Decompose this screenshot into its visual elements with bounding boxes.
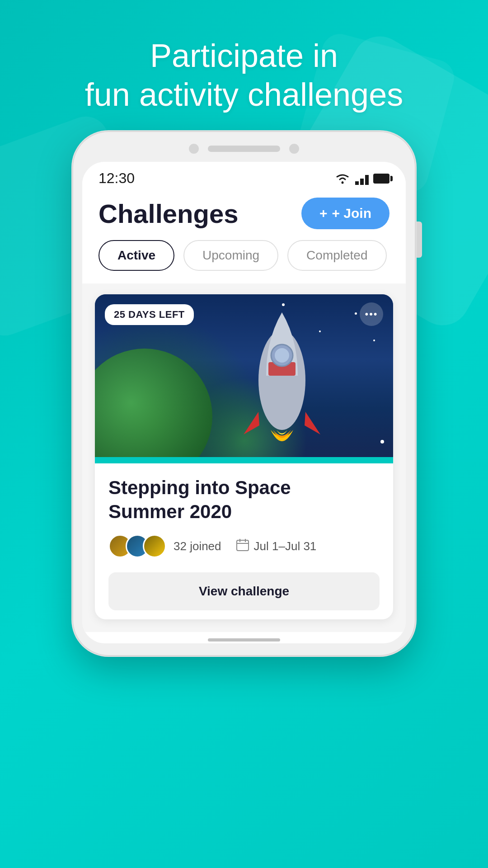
battery-icon xyxy=(373,174,389,184)
phone-side-button xyxy=(417,222,422,258)
svg-marker-2 xyxy=(360,179,364,185)
svg-marker-3 xyxy=(365,175,369,185)
status-icons xyxy=(334,172,389,185)
challenge-title: Stepping into SpaceSummer 2020 xyxy=(108,476,380,524)
signal-icon xyxy=(355,172,369,185)
status-bar: 12:30 xyxy=(82,162,406,190)
wifi-icon xyxy=(334,172,351,185)
svg-marker-1 xyxy=(355,181,359,185)
header-title: Participate infun activity challenges xyxy=(0,36,488,114)
star-1 xyxy=(355,312,357,315)
join-button[interactable]: + + Join xyxy=(301,198,389,229)
days-left-badge: 25 DAYS LEFT xyxy=(105,304,194,325)
phone-frame: 12:30 xyxy=(72,131,416,656)
days-left-text: 25 DAYS LEFT xyxy=(114,309,185,320)
phone-bottom-bar xyxy=(82,632,406,643)
calendar-icon xyxy=(236,538,249,555)
view-challenge-button[interactable]: View challenge xyxy=(108,572,380,610)
phone-mockup: 12:30 xyxy=(72,131,416,656)
card-content: Stepping into SpaceSummer 2020 32 joined xyxy=(95,463,393,619)
challenge-card: 25 DAYS LEFT ••• Stepping into SpaceSumm… xyxy=(95,294,393,619)
header-text: Participate infun activity challenges xyxy=(0,36,488,114)
tabs-container: Active Upcoming Completed xyxy=(82,240,406,283)
svg-point-0 xyxy=(342,181,344,184)
challenge-title-text: Stepping into SpaceSummer 2020 xyxy=(108,477,291,522)
star-5 xyxy=(380,440,384,443)
camera-dot-left xyxy=(189,144,199,154)
home-indicator xyxy=(208,638,280,642)
join-icon: + xyxy=(319,206,328,221)
star-4 xyxy=(373,340,375,341)
svg-point-7 xyxy=(275,348,289,363)
svg-rect-8 xyxy=(237,540,249,551)
app-header: Challenges + + Join xyxy=(82,190,406,240)
avatar-stack xyxy=(108,534,166,558)
speaker-bar xyxy=(208,146,280,152)
card-area: 25 DAYS LEFT ••• Stepping into SpaceSumm… xyxy=(82,283,406,632)
tab-upcoming[interactable]: Upcoming xyxy=(183,240,278,271)
date-range: Jul 1–Jul 31 xyxy=(236,538,317,555)
phone-top-bar xyxy=(82,144,406,162)
app-title: Challenges xyxy=(99,198,238,229)
camera-dot-right xyxy=(289,144,299,154)
date-text: Jul 1–Jul 31 xyxy=(254,539,317,553)
tab-completed[interactable]: Completed xyxy=(287,240,386,271)
challenge-image: 25 DAYS LEFT ••• xyxy=(95,294,393,457)
more-dots-icon: ••• xyxy=(365,308,378,320)
participants-row: 32 joined Jul xyxy=(108,534,380,558)
joined-count: 32 joined xyxy=(174,539,221,553)
more-options-button[interactable]: ••• xyxy=(360,302,383,326)
phone-screen: 12:30 xyxy=(82,162,406,643)
join-label: + Join xyxy=(332,206,371,221)
avatar-3 xyxy=(143,534,166,558)
tab-active[interactable]: Active xyxy=(99,240,174,271)
rocket-illustration xyxy=(219,303,345,448)
status-time: 12:30 xyxy=(99,170,135,187)
teal-stripe xyxy=(95,457,393,463)
